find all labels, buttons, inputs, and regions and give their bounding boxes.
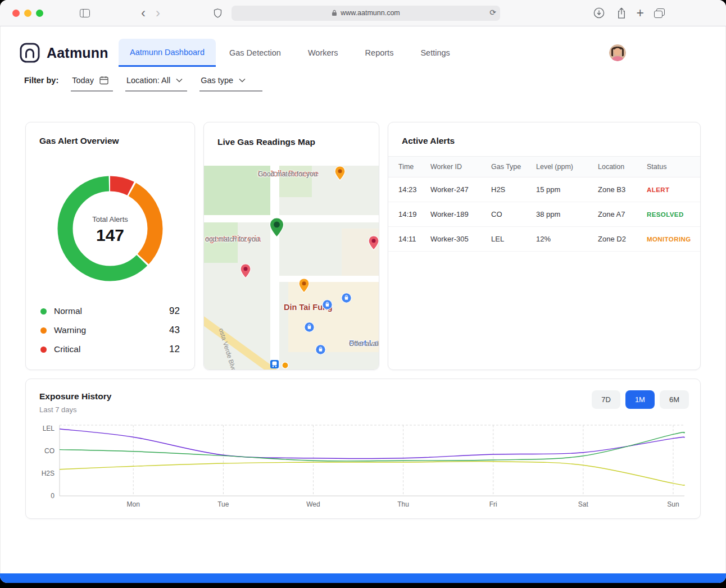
svg-text:Sun: Sun [667, 500, 679, 508]
svg-text:0: 0 [51, 492, 55, 500]
reload-button[interactable]: ⟳ [489, 8, 496, 17]
legend-label: Warning [54, 325, 86, 335]
svg-text:Sat: Sat [578, 500, 589, 508]
column-header: Status [647, 163, 690, 171]
donut-chart-wrap: Total Alerts 147 [57, 175, 164, 284]
minimize-window-button[interactable] [24, 10, 31, 17]
filter-bar: Filter by: Today Location: All Gas type [24, 76, 726, 92]
browser-window: ‹ › www.aatmunn.com ⟳ + Aatmun [0, 0, 726, 583]
nav-item-workers[interactable]: Workers [294, 39, 352, 67]
store-pin-icon[interactable] [304, 322, 315, 332]
calendar-icon [99, 76, 108, 85]
alert-row[interactable]: 14:11Worker-305LEL12%Zone D2MONITORING [388, 227, 700, 252]
store-pin-icon[interactable] [315, 344, 326, 355]
status-badge: ALERT [647, 186, 690, 193]
exposure-chart: 0H2SCOLELMonTueWedThuFriSatSun [39, 423, 688, 508]
lock-icon [332, 10, 337, 16]
new-tab-button[interactable]: + [637, 7, 644, 20]
url-text: www.aatmunn.com [341, 9, 400, 17]
sidebar-toggle-icon[interactable] [78, 7, 92, 19]
active-alerts-card: Active Alerts TimeWorker IDGas TypeLevel… [388, 122, 701, 370]
map-label-sub: Good match for you [258, 170, 317, 178]
alert-row[interactable]: 14:23Worker-247H2S15 ppmZone B3ALERT [388, 177, 700, 202]
store-pin-icon[interactable] [341, 293, 352, 303]
column-header: Gas Type [491, 163, 536, 171]
legend-item-critical: Critical12 [40, 344, 180, 355]
donut-center-label: Total Alerts [92, 215, 128, 224]
svg-text:Tue: Tue [217, 500, 229, 508]
range-7d-button[interactable]: 7D [592, 390, 620, 409]
location-filter[interactable]: Location: All [125, 76, 187, 92]
series-line-co [60, 432, 684, 461]
share-icon[interactable] [615, 6, 628, 21]
overview-card-title: Gas Alert Overview [26, 122, 194, 146]
alerts-table-header: TimeWorker IDGas TypeLevel (ppm)Location… [388, 156, 700, 177]
gas-reading-pin-icon[interactable] [269, 217, 284, 238]
privacy-shield-icon[interactable] [212, 7, 224, 20]
svg-text:CO: CO [44, 447, 55, 455]
date-filter[interactable]: Today [71, 76, 113, 92]
alerts-card-title: Active Alerts [388, 122, 700, 156]
nav-item-reports[interactable]: Reports [352, 39, 407, 67]
svg-text:Thu: Thu [397, 500, 409, 508]
poi-pin-icon[interactable] [334, 166, 346, 181]
legend-value: 43 [169, 325, 180, 336]
series-line-h2s [60, 462, 684, 485]
poi-pin-icon[interactable] [298, 278, 310, 293]
map-card-title: Live Gas Readings Map [204, 122, 379, 147]
exposure-title: Exposure History [39, 391, 687, 402]
tab-overview-icon[interactable] [652, 7, 666, 20]
app-header: Aatmunn Aatmunn DashboardGas DetectionWo… [0, 39, 726, 67]
live-map[interactable]: osta Verde Blvd La Jolla Reserve Good ma… [204, 166, 379, 370]
chevron-down-icon [239, 78, 246, 83]
poi-pin-icon[interactable] [368, 235, 379, 250]
gas-type-filter[interactable]: Gas type [199, 76, 262, 92]
transit-icon [270, 360, 279, 368]
downloads-icon[interactable] [592, 6, 606, 20]
cell-location: Zone D2 [598, 235, 647, 243]
svg-text:Mon: Mon [127, 500, 140, 508]
close-window-button[interactable] [12, 10, 20, 17]
cell-time: 14:11 [398, 235, 430, 243]
cell-level: 12% [536, 235, 598, 243]
main-nav: Aatmunn DashboardGas DetectionWorkersRep… [119, 39, 464, 67]
cell-worker_id: Worker-189 [430, 210, 491, 218]
nav-item-settings[interactable]: Settings [407, 39, 463, 67]
alert-row[interactable]: 14:19Worker-189CO38 ppmZone A7RESOLVED [388, 202, 700, 227]
forward-button[interactable]: › [156, 6, 160, 20]
store-pin-icon[interactable] [322, 299, 333, 310]
poi-dot-icon [282, 362, 289, 369]
live-map-card: Live Gas Readings Map osta Verde Blvd La… [203, 122, 379, 370]
chevron-down-icon [176, 78, 183, 83]
address-bar[interactable]: www.aatmunn.com ⟳ [232, 6, 500, 21]
legend-dot [40, 327, 47, 334]
legend-dot [40, 347, 47, 353]
poi-pin-icon[interactable] [240, 263, 251, 279]
date-filter-value: Today [72, 76, 94, 85]
legend-label: Critical [54, 344, 80, 354]
window-controls [12, 10, 43, 17]
nav-item-gas-detection[interactable]: Gas Detection [216, 39, 294, 67]
range-buttons: 7D1M6M [592, 390, 689, 409]
cell-gas_type: LEL [491, 235, 536, 243]
nav-item-aatmunn-dashboard[interactable]: Aatmunn Dashboard [119, 39, 216, 67]
zoom-window-button[interactable] [36, 10, 43, 17]
map-label-sub: ood match for you [205, 235, 259, 243]
cell-location: Zone A7 [598, 210, 647, 218]
column-header: Location [598, 163, 647, 171]
map-road [270, 166, 279, 370]
cell-gas_type: H2S [491, 185, 536, 194]
donut-legend: Normal92Warning43Critical12 [40, 306, 180, 355]
cell-level: 15 ppm [536, 185, 598, 194]
column-header: Level (ppm) [536, 163, 598, 171]
location-filter-value: Location: All [126, 76, 170, 85]
range-6m-button[interactable]: 6M [660, 390, 689, 409]
user-avatar[interactable] [609, 44, 626, 61]
map-label-sub: Offer available [349, 340, 379, 348]
back-button[interactable]: ‹ [141, 6, 146, 20]
map-road [270, 276, 379, 282]
legend-item-warning: Warning43 [40, 325, 180, 336]
range-1m-button[interactable]: 1M [625, 390, 655, 409]
cell-time: 14:19 [398, 210, 430, 218]
brand[interactable]: Aatmunn [20, 39, 119, 67]
